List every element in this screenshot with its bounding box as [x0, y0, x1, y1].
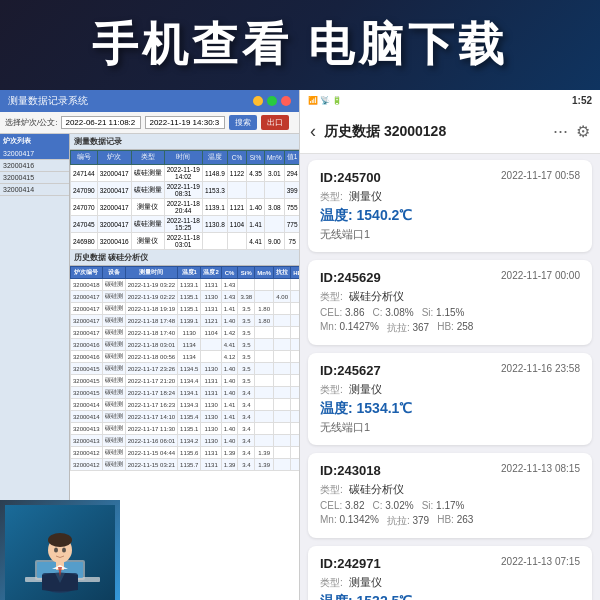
status-icons-left: 📶📡🔋: [308, 96, 342, 105]
table-row: 32000417碳硅测2022-11-18 19:191135.111311.4…: [71, 303, 300, 315]
record-value-0: 温度: 1540.2℃: [320, 207, 580, 225]
table-row: 246980 32000416 测量仪 2022-11-1803:01 4.41…: [71, 233, 300, 250]
main-content: 测量数据记录系统 选择炉次/公文: 搜索 出口 炉次列表 32000417 3: [0, 90, 600, 600]
sidebar-item-0[interactable]: 32000417: [0, 148, 69, 160]
record-id-0: ID:245700: [320, 170, 381, 185]
record-type-row-3: 类型: 碳硅分析仪: [320, 482, 580, 497]
record-datetime-3: 2022-11-13 08:15: [501, 463, 580, 474]
table-row: 247144 32000417 碳硅测量 2022-11-1914:02 114…: [71, 165, 300, 182]
sidebar-header: 炉次列表: [0, 134, 69, 148]
bottom-data-table: 炉次编号 设备 测量时间 温度1 温度2 C% Si% Mn% 抗拉 HB: [70, 266, 299, 471]
record-header-2: ID:245627 2022-11-16 23:58: [320, 363, 580, 378]
record-card-4: ID:242971 2022-11-13 07:15 类型: 测量仪 温度: 1…: [308, 546, 592, 600]
record-id-4: ID:242971: [320, 556, 381, 571]
more-btn[interactable]: ···: [553, 121, 568, 142]
person-silhouette: [0, 500, 120, 600]
svg-point-8: [54, 548, 58, 553]
phone-statusbar: 📶📡🔋 1:52: [300, 90, 600, 110]
svg-point-7: [48, 533, 72, 547]
minimize-btn[interactable]: [253, 96, 263, 106]
left-panel: 测量数据记录系统 选择炉次/公文: 搜索 出口 炉次列表 32000417 3: [0, 90, 300, 600]
record-type-row-2: 类型: 测量仪: [320, 382, 580, 397]
record-card-2: ID:245627 2022-11-16 23:58 类型: 测量仪 温度: 1…: [308, 353, 592, 445]
record-type-row-1: 类型: 碳硅分析仪: [320, 289, 580, 304]
record-detail-row-1b: Mn: 0.1427% 抗拉: 367 HB: 258: [320, 321, 580, 335]
record-datetime-2: 2022-11-16 23:58: [501, 363, 580, 374]
record-secondary-2: 无线端口1: [320, 420, 580, 435]
date-from-input[interactable]: [61, 116, 141, 129]
record-card-0: ID:245700 2022-11-17 00:58 类型: 测量仪 温度: 1…: [308, 160, 592, 252]
section-title: 测量数据记录: [70, 134, 299, 150]
export-btn[interactable]: 出口: [261, 115, 289, 130]
record-type-row-4: 类型: 测量仪: [320, 575, 580, 590]
top-banner: 手机查看 电脑下载: [0, 0, 600, 90]
nav-title: 历史数据 32000128: [324, 123, 545, 141]
settings-btn[interactable]: ⚙: [576, 122, 590, 141]
col-header-time: 时间: [164, 151, 202, 165]
table-row: 32000417碳硅测2022-11-19 02:221135.111301.4…: [71, 291, 300, 303]
table-row: 32000415碳硅测2022-11-17 21:201134.411311.4…: [71, 375, 300, 387]
photo-overlay: [0, 500, 120, 600]
record-datetime-1: 2022-11-17 00:00: [501, 270, 580, 281]
phone-screen: 📶📡🔋 1:52 ‹ 历史数据 32000128 ··· ⚙ ID:245700…: [300, 90, 600, 600]
record-detail-row-3a: CEL: 3.82 C: 3.02% Si: 1.17%: [320, 500, 580, 511]
record-value-2: 温度: 1534.1℃: [320, 400, 580, 418]
table-row: 32000417碳硅测2022-11-18 17:481139.111211.4…: [71, 315, 300, 327]
record-detail-row-3b: Mn: 0.1342% 抗拉: 379 HB: 263: [320, 514, 580, 528]
sidebar-item-3[interactable]: 32000414: [0, 184, 69, 196]
table-row: 32000415碳硅测2022-11-17 23:261134.511301.4…: [71, 363, 300, 375]
table-row: 32000412碳硅测2022-11-15 03:211135.711311.3…: [71, 459, 300, 471]
record-card-3: ID:243018 2022-11-13 08:15 类型: 碳硅分析仪 CEL…: [308, 453, 592, 538]
table-row: 247090 32000417 碳硅测量 2022-11-1908:31 115…: [71, 182, 300, 199]
search-btn[interactable]: 搜索: [229, 115, 257, 130]
maximize-btn[interactable]: [267, 96, 277, 106]
banner-text: 手机查看 电脑下载: [92, 14, 509, 76]
record-header-0: ID:245700 2022-11-17 00:58: [320, 170, 580, 185]
table-row: 32000418碳硅测2022-11-19 03:221133.111311.4…: [71, 279, 300, 291]
sidebar-item-1[interactable]: 32000416: [0, 160, 69, 172]
record-datetime-4: 2022-11-13 07:15: [501, 556, 580, 567]
table-row: 247045 32000417 碳硅测量 2022-11-1815:25 113…: [71, 216, 300, 233]
table-row: 32000413碳硅测2022-11-17 11:301135.111301.4…: [71, 423, 300, 435]
record-header-1: ID:245629 2022-11-17 00:00: [320, 270, 580, 285]
phone-navbar: ‹ 历史数据 32000128 ··· ⚙: [300, 110, 600, 154]
record-id-1: ID:245629: [320, 270, 381, 285]
col-header-si: Si%: [247, 151, 265, 165]
record-detail-row-1a: CEL: 3.86 C: 3.08% Si: 1.15%: [320, 307, 580, 318]
phone-content[interactable]: ID:245700 2022-11-17 00:58 类型: 测量仪 温度: 1…: [300, 154, 600, 600]
window-titlebar: 测量数据记录系统: [0, 90, 299, 112]
record-value-4: 温度: 1532.5℃: [320, 593, 580, 600]
table-row: 247070 32000417 测量仪 2022-11-1820:44 1139…: [71, 199, 300, 216]
record-datetime-0: 2022-11-17 00:58: [501, 170, 580, 181]
main-data-table: 编号 炉次 类型 时间 温度 C% Si% Mn% 值1 值2 操作: [70, 150, 299, 250]
col-header-mn: Mn%: [264, 151, 284, 165]
window-title: 测量数据记录系统: [8, 94, 249, 108]
col-header-c: C%: [227, 151, 246, 165]
bottom-table-wrap: 炉次编号 设备 测量时间 温度1 温度2 C% Si% Mn% 抗拉 HB: [70, 266, 299, 471]
record-secondary-0: 无线端口1: [320, 227, 580, 242]
col-header-lot: 炉次: [97, 151, 131, 165]
record-id-2: ID:245627: [320, 363, 381, 378]
record-type-row-0: 类型: 测量仪: [320, 189, 580, 204]
bottom-section-title: 历史数据 碳硅分析仪: [70, 250, 299, 266]
col-header-val1: 值1: [284, 151, 299, 165]
record-header-3: ID:243018 2022-11-13 08:15: [320, 463, 580, 478]
close-btn[interactable]: [281, 96, 291, 106]
right-panel: 📶📡🔋 1:52 ‹ 历史数据 32000128 ··· ⚙ ID:245700…: [300, 90, 600, 600]
record-header-4: ID:242971 2022-11-13 07:15: [320, 556, 580, 571]
col-header-temp: 温度: [202, 151, 227, 165]
col-header-id: 编号: [71, 151, 98, 165]
sidebar-item-2[interactable]: 32000415: [0, 172, 69, 184]
back-btn[interactable]: ‹: [310, 121, 316, 142]
table-row: 32000417碳硅测2022-11-18 17:40113011041.423…: [71, 327, 300, 339]
date-to-input[interactable]: [145, 116, 225, 129]
svg-point-9: [62, 548, 66, 553]
table-row: 32000415碳硅测2022-11-17 18:241134.111311.4…: [71, 387, 300, 399]
record-card-1: ID:245629 2022-11-17 00:00 类型: 碳硅分析仪 CEL…: [308, 260, 592, 345]
window-toolbar: 选择炉次/公文: 搜索 出口: [0, 112, 299, 134]
table-row: 32000413碳硅测2022-11-16 06:011134.211301.4…: [71, 435, 300, 447]
status-time: 1:52: [572, 95, 592, 106]
toolbar-label: 选择炉次/公文:: [5, 117, 57, 128]
table-row: 32000412碳硅测2022-11-15 04:441135.611311.3…: [71, 447, 300, 459]
col-header-type: 类型: [131, 151, 164, 165]
